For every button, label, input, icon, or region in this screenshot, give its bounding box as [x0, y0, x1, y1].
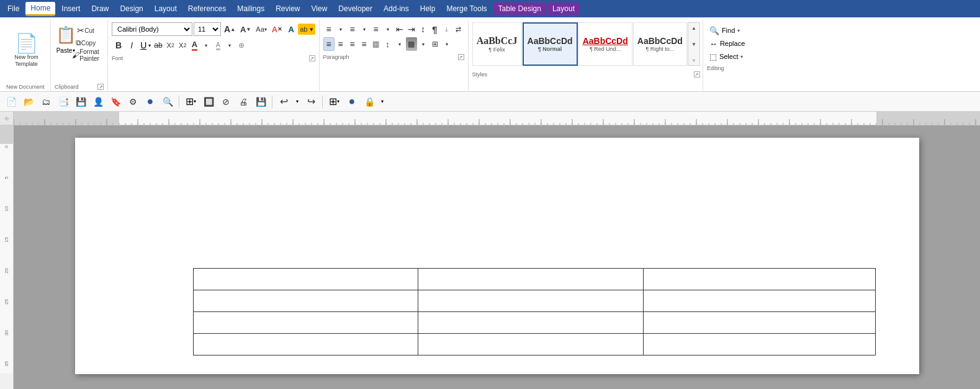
align-right-button[interactable]: ≡ — [347, 37, 358, 51]
table-cell[interactable] — [643, 290, 875, 312]
tb2-table-button[interactable]: ⊞▾ — [183, 94, 199, 109]
line-spacing-button[interactable]: ↕ — [382, 37, 393, 51]
table-cell[interactable] — [193, 290, 418, 312]
table-cell[interactable] — [193, 312, 418, 334]
tb2-diskette-button[interactable]: 💾 — [253, 94, 268, 109]
table-cell[interactable] — [418, 312, 644, 334]
select-button[interactable]: ⬚ Select ▾ — [707, 51, 747, 62]
paragraph-shading-dropdown[interactable]: ▾ — [418, 37, 429, 51]
tb2-insert-object-button[interactable]: 🔲 — [201, 94, 216, 109]
menu-tabledesign[interactable]: Table Design — [493, 2, 546, 15]
borders-dropdown[interactable]: ▾ — [441, 37, 452, 51]
font-family-select[interactable]: Calibri (Body) Arial Times New Roman — [112, 22, 192, 36]
shrink-font-button[interactable]: A▼ — [238, 24, 253, 35]
menu-design[interactable]: Design — [115, 2, 148, 15]
tb2-table2-button[interactable]: ⊞▾ — [326, 94, 342, 109]
cut-button[interactable]: ✂ Cut — [78, 25, 93, 36]
tb2-search-button[interactable]: 🔍 — [160, 94, 175, 109]
table-cell[interactable] — [418, 269, 644, 290]
table-cell[interactable] — [418, 290, 644, 312]
table-cell[interactable] — [643, 269, 875, 290]
increase-indent-button[interactable]: ⇥ — [406, 22, 417, 36]
tb2-lock-button[interactable]: 🔒 — [362, 94, 377, 109]
ruler-corner[interactable]: ⊹ — [0, 112, 14, 125]
clipboard-dialog-launcher[interactable]: ↗ — [97, 84, 104, 90]
menu-layout[interactable]: Layout — [150, 2, 182, 15]
table-cell[interactable] — [193, 334, 418, 355]
tb2-redo-button[interactable]: ↪ — [303, 94, 318, 109]
tb2-undo-button[interactable]: ↩ — [276, 94, 291, 109]
borders-button[interactable]: ⊞ — [429, 37, 441, 51]
menu-help[interactable]: Help — [415, 2, 441, 15]
menu-home[interactable]: Home — [25, 2, 55, 16]
table-cell[interactable] — [643, 334, 875, 355]
strikethrough-button[interactable]: ab — [152, 38, 164, 52]
paragraph-shading-button[interactable]: ▩ — [406, 37, 417, 51]
menu-layout2[interactable]: Layout — [547, 2, 580, 15]
tb2-nav-button[interactable]: ⊘ — [218, 94, 233, 109]
show-formatting-button[interactable]: ¶ — [429, 22, 441, 36]
menu-file[interactable]: File — [2, 2, 24, 15]
font-color-button[interactable]: A — [189, 38, 200, 52]
menu-mergetools[interactable]: Merge Tools — [441, 2, 492, 15]
tb2-gear-button[interactable]: ⚙ — [125, 94, 140, 109]
align-center-button[interactable]: ≡ — [335, 37, 346, 51]
shading-text-button[interactable]: A — [212, 38, 223, 52]
justify-button[interactable]: ≡ — [359, 37, 370, 51]
tb2-save-button[interactable]: 💾 — [73, 94, 88, 109]
line-spacing-dropdown[interactable]: ▾ — [394, 37, 405, 51]
menu-addins[interactable]: Add-ins — [379, 2, 414, 15]
asian-layout-button[interactable]: ⫰ — [441, 22, 452, 36]
tb2-circle-button[interactable]: ● — [143, 94, 158, 109]
bold-button[interactable]: B — [112, 38, 125, 52]
shading-text-dropdown[interactable]: ▾ — [224, 38, 235, 52]
paragraph-dialog-launcher[interactable]: ↗ — [458, 54, 464, 60]
bullets-dropdown[interactable]: ▾ — [335, 22, 346, 36]
table-cell[interactable] — [643, 312, 875, 334]
menu-references[interactable]: References — [183, 2, 231, 15]
tb2-user-button[interactable]: 👤 — [91, 94, 106, 109]
styles-expand[interactable]: ▿ — [689, 56, 699, 64]
columns-button[interactable]: ▥ — [371, 37, 382, 51]
multilevel-button[interactable]: ≡ — [371, 22, 382, 36]
ltr-rtl-button[interactable]: ⇄ — [453, 22, 464, 36]
font-size-select[interactable]: 118910 12141618 — [194, 22, 221, 36]
find-button[interactable]: 🔍 Find ▾ — [707, 25, 747, 36]
menu-review[interactable]: Review — [271, 2, 305, 15]
grow-font-button[interactable]: A▲ — [222, 24, 237, 35]
tb2-open-button[interactable]: 📂 — [21, 94, 36, 109]
tb2-print-button[interactable]: 🖨 — [236, 94, 251, 109]
font-dialog-launcher[interactable]: ↗ — [309, 55, 315, 61]
menu-view[interactable]: View — [307, 2, 333, 15]
tb2-template-button[interactable]: 📑 — [56, 94, 71, 109]
format-painter-button[interactable]: 🖌 Format Painter — [78, 50, 93, 61]
styles-scroll-up[interactable]: ▲ — [689, 24, 699, 32]
superscript-button[interactable]: X2 — [177, 38, 188, 52]
text-effects-button[interactable]: A — [285, 24, 297, 35]
tb2-undo-dropdown[interactable]: ▾ — [294, 94, 301, 109]
document-table[interactable] — [193, 268, 876, 355]
menu-mailings[interactable]: Mailings — [232, 2, 269, 15]
style-right-to[interactable]: AaBbCcDd ¶ Right to... — [633, 22, 687, 66]
underline-button[interactable]: U ▾ — [138, 38, 151, 52]
styles-scroll-down[interactable]: ▼ — [689, 40, 699, 48]
align-left-button[interactable]: ≡ — [323, 37, 335, 51]
table-cell[interactable] — [193, 269, 418, 290]
style-felix[interactable]: AaBbCcJ ¶ Felix — [472, 22, 522, 66]
tb2-more-button[interactable]: ▾ — [379, 94, 385, 109]
clear-formatting-button[interactable]: A✕ — [270, 24, 284, 35]
numbering-button[interactable]: ≡ — [347, 22, 358, 36]
decrease-indent-button[interactable]: ⇤ — [394, 22, 405, 36]
italic-button[interactable]: I — [126, 38, 137, 52]
styles-dialog-launcher[interactable]: ↗ — [694, 71, 700, 78]
new-from-template-button[interactable]: 📄 New from Template — [6, 29, 47, 73]
paste-button[interactable]: 📋 — [55, 22, 77, 47]
multilevel-dropdown[interactable]: ▾ — [382, 22, 393, 36]
tb2-new-button[interactable]: 📄 — [4, 94, 19, 109]
menu-draw[interactable]: Draw — [86, 2, 114, 15]
table-cell[interactable] — [418, 334, 644, 355]
menu-insert[interactable]: Insert — [56, 2, 85, 15]
tb2-bookmark-button[interactable]: 🔖 — [108, 94, 123, 109]
sort-button[interactable]: ↕ — [418, 22, 429, 36]
bullets-button[interactable]: ≡ — [323, 22, 335, 36]
